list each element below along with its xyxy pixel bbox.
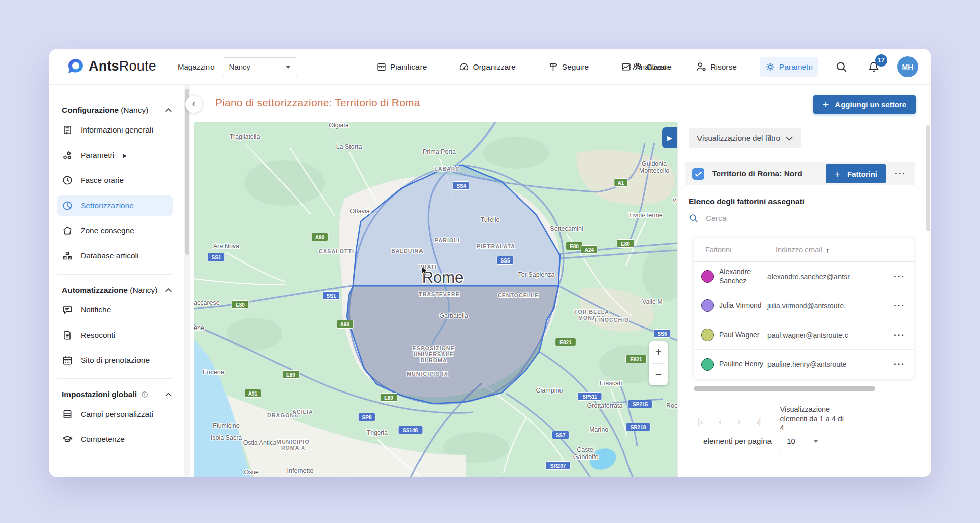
sidebar-item-label: Zone consegne [81, 226, 134, 235]
panel-scrollbar[interactable] [926, 125, 930, 231]
right-menu-items: ClientiRisorseParametri [627, 57, 818, 77]
add-sector-button[interactable]: + Aggiungi un settore [813, 95, 916, 114]
map-label: MUNICIPIO IX [407, 371, 448, 377]
row-menu-button[interactable]: ··· [893, 330, 906, 340]
table-row[interactable]: Alexandre Sanchezalexandre.sanchez@antsr… [694, 262, 914, 291]
map-label: ACILIA [292, 409, 313, 415]
collapse-panel-button[interactable]: ▶ [662, 127, 677, 148]
user-avatar[interactable]: MH [897, 56, 918, 77]
table-header: Fattorini Indirizzo email ↑ [694, 238, 914, 262]
nav-organizzare[interactable]: Organizzare [454, 57, 520, 77]
chevron-up-icon[interactable] [164, 107, 173, 114]
nav-risorse[interactable]: Risorse [691, 57, 742, 77]
add-riders-button[interactable]: + Fattorini [826, 164, 886, 183]
search-button[interactable] [833, 58, 850, 76]
sidebar-item-sito-di-prenotazione[interactable]: Sito di prenotazione [57, 350, 173, 370]
sidebar-item-label: Settorizzazione [81, 201, 134, 210]
per-page-select[interactable]: 10 [780, 431, 825, 451]
sort-asc-icon[interactable]: ↑ [826, 246, 830, 254]
sidebar-item-database-articoli[interactable]: Database articoli [57, 246, 173, 266]
row-menu-button[interactable]: ··· [893, 359, 906, 369]
map-label: Prima Porta [423, 148, 456, 155]
notifications-button[interactable]: 17 [865, 58, 882, 76]
sidebar-scrollbar[interactable] [184, 85, 190, 477]
column-email[interactable]: Indirizzo email ↑ [776, 246, 906, 254]
sidebar-item-parametri[interactable]: Parametri▶ [57, 145, 173, 165]
first-page-button[interactable]: |‹ [698, 417, 702, 427]
table-row[interactable]: Paul Wagnerpaul.wagner@antsroute.c··· [694, 320, 914, 350]
map-label: BALDUINA [391, 248, 424, 254]
sector-name: Territorio di Roma: Nord [712, 169, 818, 178]
sidebar-section-header[interactable]: Configurazione (Nancy) [62, 106, 173, 115]
sidebar-item-fasce-orarie[interactable]: Fasce orarie [57, 170, 173, 190]
svg-text:E80: E80 [286, 372, 295, 378]
nav-label: Pianificare [390, 62, 427, 72]
sidebar-item-resoconti[interactable]: Resoconti [57, 325, 173, 345]
warehouse-group: Magazzino Nancy [178, 49, 297, 85]
sidebar-item-informazioni-generali[interactable]: Informazioni generali [57, 120, 173, 140]
search-icon [835, 61, 848, 73]
sidebar-item-notifiche[interactable]: Notifiche [57, 300, 173, 320]
chevron-up-icon[interactable] [164, 287, 173, 294]
rider-email: alexandre.sanchez@antsr [767, 273, 893, 281]
cap-icon [62, 434, 73, 445]
last-page-button[interactable]: ›| [756, 417, 760, 427]
svg-text:SR207: SR207 [550, 463, 566, 469]
rows-icon [62, 409, 73, 420]
row-menu-button[interactable]: ··· [893, 272, 906, 282]
sidebar-scrollbar-thumb[interactable] [185, 89, 189, 255]
person-gear-icon [696, 61, 707, 72]
svg-text:A24: A24 [585, 247, 594, 253]
nav-clienti[interactable]: Clienti [627, 57, 673, 77]
chevron-down-icon [786, 136, 793, 141]
sidebar-section-header[interactable]: Automatizzazione (Nancy) [62, 286, 173, 295]
road-badge: E80 [566, 242, 583, 250]
table-horizontal-scrollbar[interactable] [694, 386, 875, 391]
map-label: Marino [589, 426, 608, 433]
sidebar-item-campi-personalizzati[interactable]: Campi personalizzati [57, 404, 173, 424]
nav-seguire[interactable]: Seguire [543, 57, 594, 77]
sector-checkbox[interactable] [692, 168, 704, 180]
sidebar-section-header[interactable]: Impostazioni globali [62, 390, 173, 399]
table-row[interactable]: Julia Virmondjulia.virmond@antsroute.··· [694, 291, 914, 320]
road-badge: SR218 [626, 423, 650, 431]
sidebar-item-competenze[interactable]: Competenze [57, 429, 173, 449]
column-riders[interactable]: Fattorini [705, 246, 776, 254]
table-row[interactable]: Pauline Henrypauline.henry@antsroute··· [694, 350, 914, 379]
search-input[interactable] [706, 214, 806, 223]
info-icon [137, 390, 149, 399]
road-badge: SS1 [323, 292, 340, 300]
next-page-button[interactable]: › [738, 417, 740, 427]
svg-text:A1: A1 [618, 180, 624, 186]
warehouse-value: Nancy [229, 62, 286, 71]
map-label: Garbatella [439, 312, 468, 319]
rider-name: Pauline Henry [719, 360, 767, 368]
nav-label: Parametri [779, 62, 813, 72]
back-button[interactable]: ‹ [185, 96, 202, 113]
top-navbar: AntsRoute Magazzino Nancy PianificareOrg… [49, 49, 931, 85]
svg-text:SP511: SP511 [582, 394, 597, 400]
nav-parametri[interactable]: Parametri [760, 57, 818, 77]
map-label: Fiumicino [213, 422, 240, 429]
prev-page-button[interactable]: ‹ [719, 417, 721, 427]
zoom-out-button[interactable]: − [649, 364, 668, 386]
chevron-up-icon[interactable] [164, 391, 173, 398]
notification-badge: 17 [875, 54, 887, 67]
nav-pianificare[interactable]: Pianificare [371, 57, 432, 77]
gauge-icon [459, 61, 469, 72]
people-icon [632, 61, 643, 72]
warehouse-select[interactable]: Nancy [223, 57, 297, 76]
row-menu-button[interactable]: ··· [893, 301, 906, 311]
sector-menu-button[interactable]: ··· [894, 169, 907, 179]
map-canvas[interactable]: SS4SS1SS5SS1SP8SS148SS6SP511SP215SR218SS… [194, 122, 677, 477]
svg-text:E80: E80 [570, 244, 579, 249]
sidebar-item-zone-consegne[interactable]: Zone consegne [57, 221, 173, 241]
sidebar-item-settorizzazione[interactable]: Settorizzazione [57, 195, 173, 216]
app-window: AntsRoute Magazzino Nancy PianificareOrg… [49, 49, 931, 477]
road-badge: A24 [581, 246, 598, 254]
page-title: Piano di settorizzazione: Territorio di … [215, 97, 421, 109]
zoom-in-button[interactable]: + [649, 341, 668, 363]
filter-view-dropdown[interactable]: Visualizzazione del filtro [689, 128, 801, 148]
brand-logo[interactable]: AntsRoute [67, 57, 156, 75]
submenu-arrow-icon: ▶ [123, 153, 127, 158]
